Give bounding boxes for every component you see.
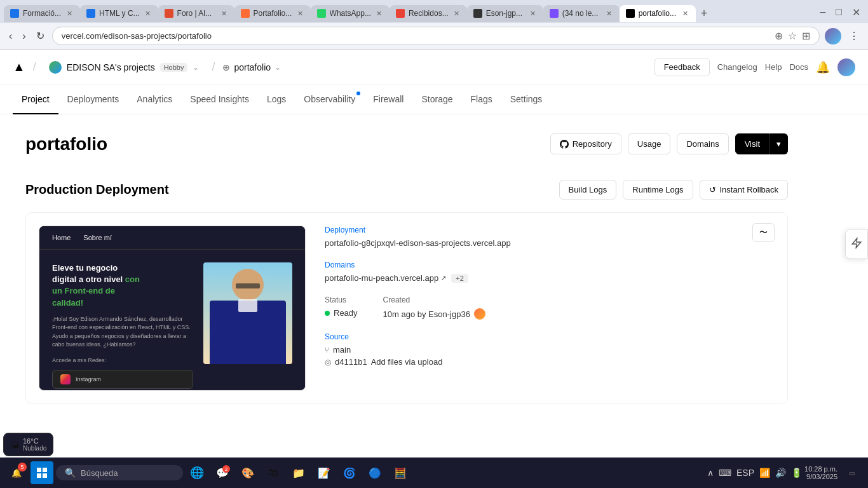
tab-close-1[interactable]: ✕ — [65, 9, 74, 18]
back-button[interactable]: ‹ — [6, 29, 15, 43]
runtime-logs-button[interactable]: Runtime Logs — [623, 180, 693, 200]
close-window-button[interactable]: ✕ — [848, 5, 864, 20]
tab-close-3[interactable]: ✕ — [220, 9, 228, 18]
lightning-icon — [851, 238, 862, 249]
tab-close-2[interactable]: ✕ — [144, 9, 152, 18]
instant-rollback-button[interactable]: ↺ Instant Rollback — [700, 180, 789, 200]
tab-9[interactable]: portafolio... ✕ — [620, 5, 696, 22]
portrait-glasses — [236, 283, 260, 288]
vercel-logo[interactable]: ▲ — [13, 60, 25, 74]
tab-close-7[interactable]: ✕ — [529, 9, 537, 18]
subnav-item-firewall[interactable]: Firewall — [364, 85, 412, 114]
status-dot — [325, 311, 330, 316]
status-col: Status Ready — [325, 295, 358, 320]
sub-nav: Project Deployments Analytics Speed Insi… — [0, 85, 868, 114]
tab-close-6[interactable]: ✕ — [452, 9, 461, 18]
tab-close-5[interactable]: ✕ — [375, 9, 383, 18]
domains-button[interactable]: Domains — [677, 133, 728, 154]
activity-button[interactable]: 〜 — [752, 223, 775, 242]
forward-button[interactable]: › — [20, 29, 28, 43]
side-widget[interactable] — [845, 229, 868, 259]
instagram-icon — [60, 374, 71, 384]
deployment-card: Home Sobre mí Eleve tu negociodigital a … — [25, 212, 788, 404]
tab-2[interactable]: HTML y C... ✕ — [80, 5, 158, 22]
project-header: portafolio Repository Usage Domains Visi… — [25, 133, 788, 154]
tab-7[interactable]: Eson-jgp... ✕ — [467, 5, 543, 22]
browser-menu-button[interactable]: ⋮ — [846, 29, 862, 43]
tab-close-9[interactable]: ✕ — [681, 9, 689, 18]
org-selector[interactable]: EDISON SA's projects Hobby ⌄ — [44, 58, 205, 76]
url-text: vercel.com/edison-sas-projects/portafoli… — [62, 31, 770, 41]
preview-nav: Home Sobre mí — [39, 226, 305, 250]
changelog-link[interactable]: Changelog — [717, 62, 757, 72]
user-avatar[interactable] — [837, 58, 855, 76]
new-tab-button[interactable]: + — [696, 6, 713, 22]
maximize-button[interactable]: □ — [832, 5, 846, 20]
feedback-button[interactable]: Feedback — [654, 58, 710, 76]
external-link-icon: ↗ — [441, 274, 446, 281]
primary-domain-link[interactable]: portafolio-mu-peach.vercel.app ↗ — [325, 273, 446, 283]
translate-icon[interactable]: ⊕ — [775, 30, 783, 42]
browser-user-avatar[interactable] — [825, 28, 841, 44]
deployment-preview: Home Sobre mí Eleve tu negociodigital a … — [39, 226, 306, 391]
preview-link-text: Accede a mis Redes: — [52, 357, 193, 363]
subnav-item-settings[interactable]: Settings — [501, 85, 552, 114]
visit-dropdown-button[interactable]: ▾ — [770, 133, 788, 154]
preview-frame[interactable]: Home Sobre mí Eleve tu negociodigital a … — [39, 226, 306, 391]
minimize-button[interactable]: – — [816, 5, 829, 20]
subnav-item-flags[interactable]: Flags — [462, 85, 501, 114]
extensions-icon[interactable]: ⊞ — [802, 30, 810, 42]
docs-link[interactable]: Docs — [789, 62, 808, 72]
nav-separator: / — [33, 60, 36, 74]
preview-nav-about: Sobre mí — [83, 234, 112, 241]
project-selector[interactable]: ⊕ portafolio ⌄ — [222, 62, 281, 72]
subnav-item-analytics[interactable]: Analytics — [128, 85, 181, 114]
tab-close-8[interactable]: ✕ — [605, 9, 613, 18]
bookmark-icon[interactable]: ☆ — [788, 30, 797, 42]
subnav-item-logs[interactable]: Logs — [258, 85, 295, 114]
repository-button[interactable]: Repository — [550, 133, 621, 154]
tab-label-3: Foro | Al... — [177, 9, 216, 18]
notification-button[interactable]: 🔔 — [816, 60, 830, 74]
tab-6[interactable]: Recibidos... ✕ — [390, 5, 467, 22]
extra-domains-badge[interactable]: +2 — [451, 274, 468, 283]
deployment-url-link[interactable]: portafolio-g8cjpxqvl-edison-sas-projects… — [325, 238, 511, 248]
org-avatar — [49, 61, 62, 74]
tab-label-4: Portafolio... — [254, 9, 292, 18]
preview-portrait — [203, 262, 292, 364]
commit-row: ◎ d4111b1 Add files via upload — [325, 357, 775, 367]
subnav-item-speed-insights[interactable]: Speed Insights — [181, 85, 258, 114]
help-link[interactable]: Help — [765, 62, 782, 72]
tab-3[interactable]: Foro | Al... ✕ — [158, 5, 234, 22]
tab-label-6: Recibidos... — [409, 9, 449, 18]
tab-favicon-6 — [396, 9, 405, 18]
subnav-item-observability[interactable]: Observability — [295, 85, 364, 114]
project-icon: ⊕ — [222, 62, 230, 72]
tab-favicon-4 — [241, 9, 250, 18]
visit-button[interactable]: Visit — [735, 133, 770, 154]
subnav-item-deployments[interactable]: Deployments — [58, 85, 128, 114]
tab-favicon-5 — [317, 9, 326, 18]
project-name: portafolio — [234, 62, 271, 72]
subnav-item-project[interactable]: Project — [13, 85, 58, 114]
preview-subtext: ¡Hola! Soy Edison Armando Sánchez, desar… — [52, 315, 193, 349]
tab-4[interactable]: Portafolio... ✕ — [234, 5, 311, 22]
tab-label-5: WhatsApp... — [330, 9, 371, 18]
reload-button[interactable]: ↻ — [34, 29, 47, 43]
build-logs-button[interactable]: Build Logs — [559, 180, 617, 200]
subnav-item-storage[interactable]: Storage — [412, 85, 461, 114]
tab-label-9: portafolio... — [639, 9, 677, 18]
tab-5[interactable]: WhatsApp... ✕ — [311, 5, 390, 22]
deployment-url-section: Deployment portafolio-g8cjpxqvl-edison-s… — [325, 226, 775, 248]
status-label: Status — [325, 295, 358, 304]
branch-row: ⑂ main — [325, 345, 775, 355]
url-bar[interactable]: vercel.com/edison-sas-projects/portafoli… — [52, 27, 820, 45]
usage-button[interactable]: Usage — [628, 133, 671, 154]
tab-1[interactable]: Formació... ✕ — [4, 5, 80, 22]
tab-close-4[interactable]: ✕ — [296, 9, 304, 18]
org-chevron-icon: ⌄ — [193, 63, 199, 72]
top-nav: ▲ / EDISON SA's projects Hobby ⌄ / ⊕ por… — [0, 50, 868, 85]
created-label: Created — [383, 295, 485, 304]
domains-value: portafolio-mu-peach.vercel.app ↗ +2 — [325, 273, 775, 283]
tab-8[interactable]: (34 no le... ✕ — [543, 5, 620, 22]
